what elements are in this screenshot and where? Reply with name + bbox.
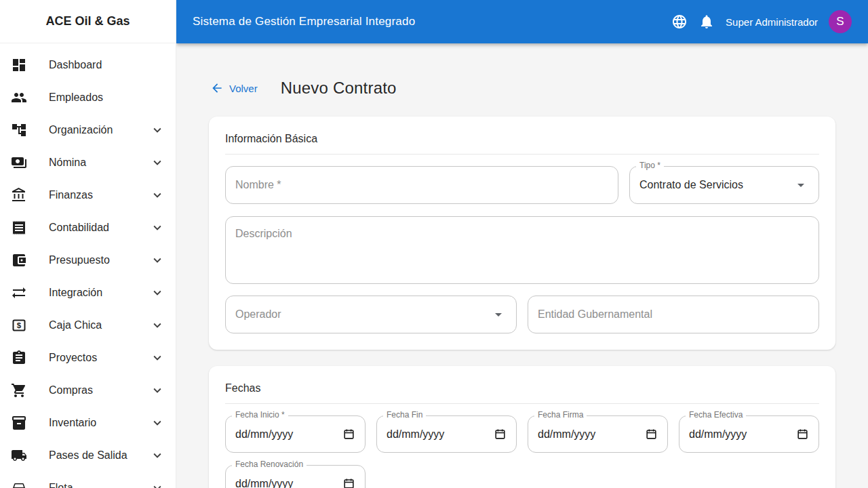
fecha-firma-label: Fecha Firma [534, 410, 587, 420]
fecha-efectiva-label: Fecha Efectiva [686, 410, 746, 420]
sidebar-item-finanzas[interactable]: Finanzas [0, 179, 176, 211]
basic-info-card: Información Básica Tipo * Contrato de Se… [209, 117, 835, 350]
calendar-icon[interactable] [645, 428, 658, 441]
sidebar-item-integracion[interactable]: Integración [0, 277, 176, 309]
calendar-icon[interactable] [342, 428, 355, 441]
sidebar-item-label: Caja Chica [49, 319, 150, 331]
car-icon [11, 480, 27, 488]
appbar-actions: Super Administrador S [666, 8, 852, 35]
wallet-icon [11, 252, 27, 268]
chevron-down-icon [150, 123, 165, 138]
notifications-bell-icon[interactable] [693, 8, 720, 35]
back-label: Volver [229, 83, 258, 94]
nombre-field [225, 166, 618, 204]
sidebar-item-contabilidad[interactable]: Contabilidad [0, 211, 176, 244]
entidad-input[interactable] [538, 296, 809, 333]
page-title: Nuevo Contrato [281, 79, 397, 98]
sidebar-item-compras[interactable]: Compras [0, 374, 176, 407]
brand-title: ACE Oil & Gas [0, 0, 176, 43]
calendar-icon[interactable] [342, 477, 355, 488]
people-icon [11, 89, 27, 106]
chevron-down-icon [150, 415, 165, 430]
receipt-icon [11, 220, 27, 236]
sidebar-item-proyectos[interactable]: Proyectos [0, 342, 176, 374]
fechas-heading: Fechas [225, 382, 819, 403]
fecha-fin-value: dd/mm/yyyy [387, 428, 494, 441]
entidad-field [528, 296, 819, 333]
sidebar-item-pases-de-salida[interactable]: Pases de Salida [0, 439, 176, 472]
sidebar-item-label: Proyectos [49, 352, 150, 364]
sidebar-item-label: Pases de Salida [49, 449, 150, 462]
nombre-input[interactable] [235, 167, 608, 203]
tipo-label: Tipo * [636, 161, 664, 170]
appbar-title: Sistema de Gestión Empresarial Integrado [193, 15, 415, 28]
dropdown-arrow-icon [793, 177, 809, 193]
chevron-down-icon [150, 481, 165, 488]
calendar-icon[interactable] [494, 428, 507, 441]
chevron-down-icon [150, 350, 165, 365]
sidebar-item-label: Nómina [49, 157, 150, 169]
fecha-fin-label: Fecha Fin [383, 410, 426, 420]
avatar[interactable]: S [829, 10, 852, 33]
org-tree-icon [11, 122, 27, 138]
sidebar-item-label: Organización [49, 124, 150, 136]
chevron-down-icon [150, 285, 165, 300]
operador-placeholder: Operador [235, 308, 490, 321]
operador-select[interactable]: Operador [225, 296, 517, 333]
dropdown-arrow-icon [490, 306, 507, 323]
sidebar-item-empleados[interactable]: Empleados [0, 81, 176, 114]
sidebar-item-label: Contabilidad [49, 222, 150, 234]
sidebar-item-inventario[interactable]: Inventario [0, 407, 176, 439]
fechas-form: Fecha Inicio * dd/mm/yyyy Fecha Fin dd/m… [225, 404, 819, 488]
basic-info-heading: Información Básica [225, 133, 819, 154]
sidebar-item-label: Inventario [49, 417, 150, 429]
user-name: Super Administrador [726, 16, 818, 28]
fecha-renovacion-value: dd/mm/yyyy [235, 478, 342, 488]
truck-icon [11, 447, 27, 464]
fecha-efectiva-value: dd/mm/yyyy [689, 428, 796, 441]
sidebar-item-presupuesto[interactable]: Presupuesto [0, 244, 176, 277]
fecha-renovacion-field[interactable]: Fecha Renovación dd/mm/yyyy [225, 465, 366, 488]
arrow-back-icon [210, 81, 224, 95]
chevron-down-icon [150, 253, 165, 268]
appbar: Sistema de Gestión Empresarial Integrado… [176, 0, 868, 43]
sidebar-item-organizacion[interactable]: Organización [0, 114, 176, 146]
sidebar-item-label: Empleados [49, 92, 165, 104]
sidebar-item-label: Dashboard [49, 59, 165, 71]
main-content: Volver Nuevo Contrato Información Básica… [176, 43, 868, 488]
tipo-select[interactable]: Tipo * Contrato de Servicios [629, 166, 819, 204]
svg-text:$: $ [17, 321, 22, 329]
fecha-firma-field[interactable]: Fecha Firma dd/mm/yyyy [528, 415, 668, 453]
shopping-cart-icon [11, 382, 27, 399]
sidebar-item-label: Flota [49, 482, 150, 488]
sidebar-item-label: Compras [49, 384, 150, 396]
fechas-card: Fechas Fecha Inicio * dd/mm/yyyy Fecha F… [209, 366, 835, 488]
chevron-down-icon [150, 188, 165, 203]
sidebar-item-label: Integración [49, 287, 150, 299]
dashboard-icon [11, 57, 27, 73]
sidebar-item-flota[interactable]: Flota [0, 472, 176, 488]
fecha-fin-field[interactable]: Fecha Fin dd/mm/yyyy [376, 415, 517, 453]
bank-icon [11, 187, 27, 203]
calendar-icon[interactable] [796, 428, 809, 441]
back-button[interactable]: Volver [209, 79, 263, 98]
page-header: Volver Nuevo Contrato [209, 76, 835, 100]
fecha-efectiva-field[interactable]: Fecha Efectiva dd/mm/yyyy [679, 415, 819, 453]
sidebar: ACE Oil & Gas Dashboard Empleados Organi… [0, 0, 176, 488]
descripcion-textarea[interactable] [226, 217, 818, 283]
sync-arrows-icon [11, 285, 27, 301]
fecha-inicio-field[interactable]: Fecha Inicio * dd/mm/yyyy [225, 415, 366, 453]
sidebar-item-dashboard[interactable]: Dashboard [0, 49, 176, 81]
cash-box-icon: $ [11, 317, 27, 333]
tipo-value: Contrato de Servicios [639, 179, 793, 191]
basic-info-form: Tipo * Contrato de Servicios Operador [225, 155, 819, 333]
sidebar-item-nomina[interactable]: Nómina [0, 146, 176, 179]
payments-icon [11, 155, 27, 171]
fecha-firma-value: dd/mm/yyyy [538, 428, 645, 441]
clipboard-icon [11, 350, 27, 366]
descripcion-field [225, 216, 819, 284]
fecha-renovacion-label: Fecha Renovación [232, 460, 307, 469]
sidebar-nav: Dashboard Empleados Organización Nómina … [0, 43, 176, 488]
sidebar-item-caja-chica[interactable]: $ Caja Chica [0, 309, 176, 342]
language-globe-icon[interactable] [666, 8, 693, 35]
